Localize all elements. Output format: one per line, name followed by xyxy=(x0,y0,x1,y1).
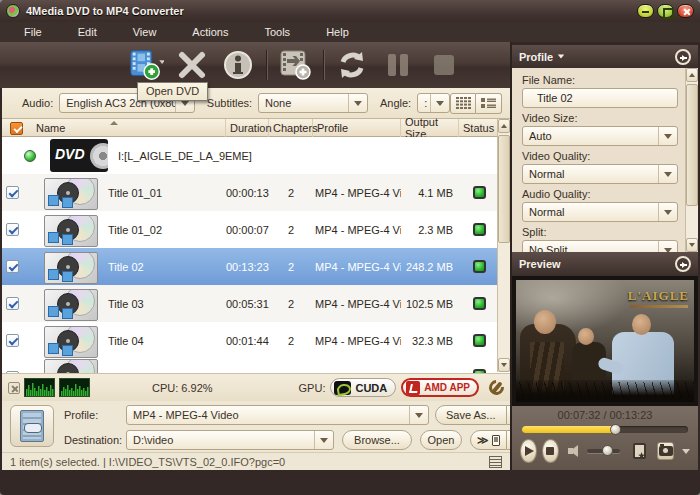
pause-button[interactable] xyxy=(380,46,416,84)
add-file-button[interactable] xyxy=(277,46,313,84)
volume-handle[interactable] xyxy=(602,445,613,456)
destination-select[interactable]: D:\video xyxy=(126,430,334,450)
cuda-button[interactable]: CUDA xyxy=(330,378,396,397)
column-duration[interactable]: Duration xyxy=(226,119,269,137)
save-as-button[interactable]: Save As... xyxy=(435,405,507,425)
scroll-down-button[interactable] xyxy=(498,358,510,372)
minimize-button[interactable] xyxy=(637,4,654,18)
seek-bar[interactable] xyxy=(522,426,688,433)
column-chapters[interactable]: Chapters xyxy=(269,119,313,137)
profile-select[interactable]: MP4 - MPEG-4 Video xyxy=(126,405,429,425)
row-checkbox[interactable] xyxy=(6,297,19,310)
menu-edit[interactable]: Edit xyxy=(66,24,109,40)
detail-view-button[interactable] xyxy=(450,93,476,114)
split-label: Split: xyxy=(522,226,678,240)
table-row-partial[interactable] xyxy=(2,359,510,373)
chevron-down-icon[interactable] xyxy=(682,449,690,454)
title-thumbnail-icon xyxy=(44,289,98,321)
profile-panel-header[interactable]: Profile xyxy=(512,45,698,68)
output-area: Profile: MP4 - MPEG-4 Video Save As... D… xyxy=(2,401,510,452)
convert-button[interactable] xyxy=(334,46,370,84)
status-ready-icon xyxy=(473,297,486,310)
select-all-checkbox[interactable] xyxy=(10,122,23,135)
log-list-icon[interactable] xyxy=(489,456,502,468)
chevron-down-icon[interactable] xyxy=(348,94,367,112)
menu-tools[interactable]: Tools xyxy=(252,24,302,40)
column-name[interactable]: Name xyxy=(32,119,226,137)
open-dvd-button[interactable] xyxy=(128,46,164,84)
scroll-up-button[interactable] xyxy=(686,68,698,82)
expand-profile-button[interactable] xyxy=(675,49,691,65)
right-panel: Profile File Name: Video Size: Auto Vide… xyxy=(512,45,698,470)
preview-panel-header[interactable]: Preview xyxy=(512,252,698,276)
snapshot-manager-icon[interactable] xyxy=(633,443,647,459)
chevron-down-icon[interactable] xyxy=(658,127,677,145)
row-checkbox[interactable] xyxy=(6,260,19,273)
cpu-usage: CPU: 6.92% xyxy=(152,382,213,394)
table-row[interactable]: Title 01_01 00:00:13 2 MP4 - MPEG-4 Vide… xyxy=(2,174,510,211)
chevron-down-icon[interactable] xyxy=(658,203,677,221)
subtitles-select[interactable]: None xyxy=(258,93,368,113)
row-checkbox[interactable] xyxy=(6,186,19,199)
menu-file[interactable]: File xyxy=(12,24,54,40)
preview-panel-title: Preview xyxy=(519,258,561,270)
convert-icon xyxy=(335,49,369,81)
menu-help[interactable]: Help xyxy=(314,24,361,40)
chevron-down-icon[interactable] xyxy=(658,241,677,252)
browse-button[interactable]: Browse... xyxy=(342,430,412,450)
header-checkbox-cell[interactable] xyxy=(2,119,32,137)
row-checkbox[interactable] xyxy=(6,223,19,236)
open-button[interactable]: Open xyxy=(420,430,462,450)
play-button[interactable] xyxy=(520,439,537,463)
title-thumbnail-icon xyxy=(44,326,98,358)
menu-actions[interactable]: Actions xyxy=(180,24,240,40)
open-dvd-icon xyxy=(128,48,164,82)
scrollbar-thumb[interactable] xyxy=(686,84,698,206)
scroll-up-button[interactable] xyxy=(498,119,510,133)
stop-playback-button[interactable] xyxy=(542,439,559,463)
profile-scrollbar[interactable] xyxy=(685,68,698,252)
audio-quality-label: Audio Quality: xyxy=(522,188,678,202)
video-quality-select[interactable]: Normal xyxy=(522,164,678,184)
remove-button[interactable] xyxy=(174,46,210,84)
table-row-selected[interactable]: Title 02 00:13:23 2 MP4 - MPEG-4 Video 2… xyxy=(2,248,510,285)
output-format-button[interactable] xyxy=(10,405,54,447)
hide-meter-button[interactable] xyxy=(8,382,20,394)
menu-bar: File Edit View Actions Tools Help xyxy=(0,22,700,42)
stop-button[interactable] xyxy=(426,46,462,84)
video-size-select[interactable]: Auto xyxy=(522,126,678,146)
chevron-down-icon[interactable] xyxy=(430,94,449,112)
column-profile[interactable]: Profile xyxy=(313,119,401,137)
close-button[interactable] xyxy=(677,4,694,18)
disc-row[interactable]: DVD I:[L_AIGLE_DE_LA_9EME] xyxy=(2,137,510,174)
audio-quality-select[interactable]: Normal xyxy=(522,202,678,222)
chevron-down-icon[interactable] xyxy=(314,431,333,449)
table-row[interactable]: Title 03 00:05:31 2 MP4 - MPEG-4 Video 1… xyxy=(2,285,510,322)
info-button[interactable] xyxy=(220,46,256,84)
scrollbar-thumb[interactable] xyxy=(498,135,510,243)
snapshot-button[interactable] xyxy=(657,442,674,460)
chevron-down-icon[interactable] xyxy=(409,406,428,424)
split-select[interactable]: No Split xyxy=(522,240,678,252)
maximize-button[interactable] xyxy=(657,4,674,18)
column-output-size[interactable]: Output Size xyxy=(401,119,459,137)
table-row[interactable]: Title 01_02 00:00:07 2 MP4 - MPEG-4 Vide… xyxy=(2,211,510,248)
amd-app-button[interactable]: AMD APP xyxy=(401,378,479,397)
preview-progress-handle[interactable] xyxy=(610,424,621,435)
speaker-icon[interactable] xyxy=(568,445,578,457)
chevron-down-icon[interactable] xyxy=(658,165,677,183)
send-to-device-button[interactable]: ≫ xyxy=(470,430,507,450)
expand-preview-button[interactable] xyxy=(675,256,691,272)
scroll-down-button[interactable] xyxy=(686,238,698,252)
list-view-button[interactable] xyxy=(476,93,502,114)
table-scrollbar[interactable] xyxy=(497,119,510,372)
wrench-icon[interactable] xyxy=(488,380,504,396)
preview-video[interactable]: L'AIGLE xyxy=(512,276,698,406)
row-checkbox[interactable] xyxy=(6,334,19,347)
table-row[interactable]: Title 04 00:01:44 2 MP4 - MPEG-4 Video 3… xyxy=(2,322,510,359)
volume-slider[interactable] xyxy=(587,449,620,453)
menu-view[interactable]: View xyxy=(121,24,169,40)
angle-select[interactable]: : xyxy=(417,93,450,113)
column-status[interactable]: Status xyxy=(459,119,499,137)
file-name-input[interactable] xyxy=(522,88,678,108)
